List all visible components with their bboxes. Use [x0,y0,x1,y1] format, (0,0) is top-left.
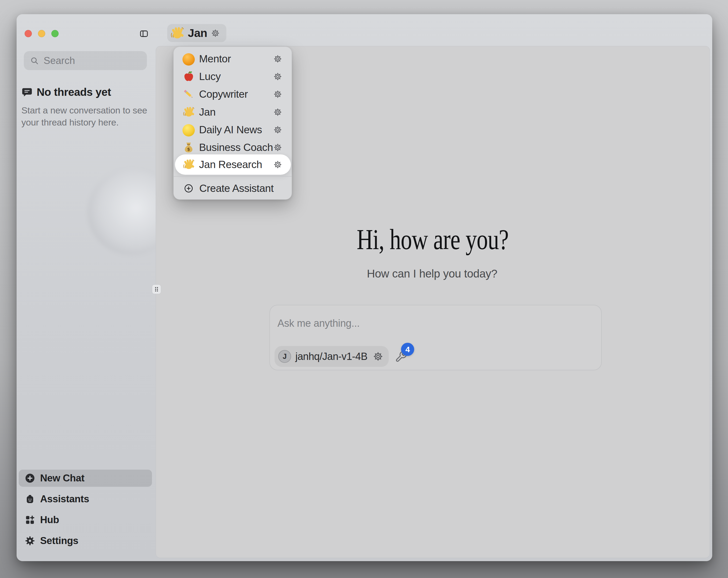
empty-state-description: Start a new conversation to see your thr… [21,104,150,128]
gear-icon[interactable] [273,90,282,99]
search-input[interactable] [43,55,147,67]
current-assistant-name: Jan [188,26,207,40]
drag-dots-icon [153,285,160,294]
menu-item-label: Business Coach [199,142,273,153]
composer-placeholder: Ask me anything... [278,318,360,329]
sidebar-item-label: Assistants [40,494,89,505]
sidebar-resize-handle[interactable] [152,284,161,294]
menu-item-label: Jan Research [199,159,262,171]
sidebar-nav: New Chat Assistants Hub Settings [19,466,152,549]
search-icon [30,56,39,66]
yellow-circle-emoji-icon [182,124,195,136]
threads-empty-state: No threads yet Start a new conversation … [21,86,150,128]
gear-icon[interactable] [273,143,282,152]
waving-hand-emoji-icon [182,106,195,118]
jan-app-window: No threads yet Start a new conversation … [17,14,712,561]
menu-item-jan[interactable]: Jan [175,103,291,121]
create-assistant-label: Create Assistant [199,182,274,194]
apple-emoji-icon [182,70,195,83]
sidebar-item-hub[interactable]: Hub [19,511,152,528]
hub-grid-icon [25,514,35,525]
waving-hand-emoji-icon [170,26,184,41]
gear-icon[interactable] [273,107,282,117]
menu-item-label: Copywriter [199,88,248,100]
sidebar: No threads yet Start a new conversation … [17,14,156,561]
sidebar-item-new-chat[interactable]: New Chat [19,470,152,487]
sidebar-item-settings[interactable]: Settings [19,532,152,549]
empty-state-title: No threads yet [37,86,111,99]
menu-item-label: Daily AI News [199,124,262,136]
menu-item-lucy[interactable]: Lucy [175,68,291,85]
sidebar-item-label: Hub [40,514,59,526]
menu-item-label: Lucy [199,71,221,82]
menu-divider [174,176,292,177]
pencil-emoji-icon [182,88,195,100]
menu-item-label: Mentor [199,53,231,65]
menu-item-label: Jan [199,106,216,118]
plus-circle-outline-icon [184,183,193,193]
menu-item-copywriter[interactable]: Copywriter [175,85,291,103]
money-bag-emoji-icon [182,141,195,154]
gear-icon[interactable] [273,160,282,169]
greeting-title: Hi, how are you? [357,225,509,254]
gear-icon [25,535,35,546]
assistant-settings-gear-icon[interactable] [211,29,220,38]
desktop-background: No threads yet Start a new conversation … [0,0,728,578]
plus-circle-icon [25,473,35,483]
model-name: janhq/Jan-v1-4B [295,351,367,362]
sidebar-item-assistants[interactable]: Assistants [19,491,152,508]
model-selector[interactable]: J janhq/Jan-v1-4B [275,346,389,367]
tools-count-badge: 4 [401,343,414,356]
search-box[interactable] [24,51,147,70]
gear-icon[interactable] [273,125,282,134]
greeting-subtitle: How can I help you today? [367,267,497,280]
orange-circle-emoji-icon [182,53,195,66]
sidebar-item-label: Settings [40,535,78,547]
sidebar-item-label: New Chat [40,473,84,484]
assistant-selector[interactable]: Jan [167,24,226,42]
waving-hand-emoji-icon [182,158,195,171]
menu-item-mentor[interactable]: Mentor [175,50,291,68]
assistant-dropdown-menu: Mentor Lucy Copywriter Jan Daily AI [173,47,292,200]
model-settings-gear-icon[interactable] [373,351,383,362]
assistant-robot-icon [25,494,35,504]
create-assistant-button[interactable]: Create Assistant [175,180,291,197]
message-composer[interactable]: Ask me anything... J janhq/Jan-v1-4B 4 [269,305,602,370]
gear-icon[interactable] [273,54,282,64]
menu-item-business-coach[interactable]: Business Coach [175,139,291,156]
model-avatar: J [278,350,291,363]
chat-bubble-icon [21,87,33,98]
menu-item-jan-research[interactable]: Jan Research [175,154,291,175]
menu-item-daily-ai-news[interactable]: Daily AI News [175,121,291,139]
gear-icon[interactable] [273,72,282,81]
